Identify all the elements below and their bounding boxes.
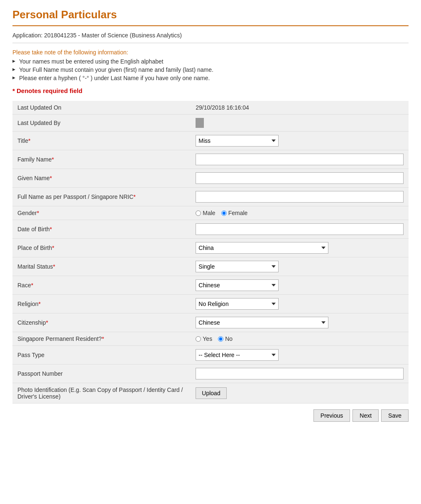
- application-value: 2018041235 - Master of Science (Business…: [44, 32, 182, 39]
- sg-pr-row: Singapore Permanent Resident?* Yes No: [12, 332, 409, 346]
- gender-label: Gender*: [12, 206, 191, 220]
- upload-button[interactable]: Upload: [196, 387, 226, 399]
- sg-pr-no-text: No: [225, 335, 233, 342]
- race-label: Race*: [12, 276, 191, 295]
- gender-male-label[interactable]: Male: [196, 210, 215, 216]
- last-updated-on-value: 29/10/2018 16:16:04: [196, 104, 249, 111]
- sg-pr-yes-radio[interactable]: [196, 336, 201, 342]
- dob-row: Date of Birth*: [12, 220, 409, 239]
- race-row: Race* Chinese Malay Indian Others: [12, 276, 409, 295]
- notice-list: Your names must be entered using the Eng…: [12, 58, 409, 81]
- pob-label: Place of Birth*: [12, 239, 191, 257]
- citizenship-label: Citizenship*: [12, 313, 191, 332]
- last-updated-by-label: Last Updated By: [12, 115, 191, 132]
- marital-required-star: *: [53, 263, 55, 270]
- citizenship-required-star: *: [46, 319, 48, 326]
- notice-item-2: Your Full Name must contain your given (…: [12, 66, 409, 73]
- passport-row: Passport Number: [12, 365, 409, 383]
- family-name-row: Family Name*: [12, 150, 409, 169]
- sg-pr-required-star: *: [102, 335, 104, 342]
- sg-pr-yes-label[interactable]: Yes: [196, 335, 212, 342]
- sg-pr-no-radio[interactable]: [218, 336, 223, 342]
- family-name-input[interactable]: [196, 154, 404, 165]
- family-name-label: Family Name*: [12, 150, 191, 169]
- pass-type-select[interactable]: -- Select Here -- Student Pass Employmen…: [196, 349, 279, 361]
- full-name-row: Full Name as per Passport / Singapore NR…: [12, 188, 409, 206]
- given-name-row: Given Name*: [12, 169, 409, 188]
- sg-pr-no-label[interactable]: No: [218, 335, 233, 342]
- previous-button[interactable]: Previous: [313, 409, 350, 422]
- photo-id-label: Photo Identification (E.g. Scan Copy of …: [12, 383, 191, 404]
- title-required-star: *: [28, 137, 30, 144]
- pass-type-row: Pass Type -- Select Here -- Student Pass…: [12, 346, 409, 365]
- full-name-required-star: *: [133, 193, 135, 200]
- pob-row: Place of Birth* China Singapore Malaysia…: [12, 239, 409, 257]
- title-row: Title* Miss Mr Mrs Dr Prof: [12, 132, 409, 150]
- sg-pr-yes-text: Yes: [203, 335, 212, 342]
- gender-female-text: Female: [228, 210, 248, 216]
- citizenship-select[interactable]: Chinese Singaporean Malaysian Indian Ame…: [196, 317, 328, 328]
- religion-row: Religion* No Religion Buddhism Christian…: [12, 295, 409, 313]
- photo-id-row: Photo Identification (E.g. Scan Copy of …: [12, 383, 409, 404]
- gender-female-label[interactable]: Female: [221, 210, 248, 216]
- last-updated-on-row: Last Updated On 29/10/2018 16:16:04: [12, 101, 409, 115]
- pass-type-label: Pass Type: [12, 346, 191, 365]
- religion-label: Religion*: [12, 295, 191, 313]
- notice-header: Please take note of the following inform…: [12, 49, 409, 56]
- race-select[interactable]: Chinese Malay Indian Others: [196, 279, 279, 291]
- last-updated-on-label: Last Updated On: [12, 101, 191, 115]
- gender-required-star: *: [37, 210, 39, 216]
- marital-select[interactable]: Single Married Divorced Widowed: [196, 261, 279, 272]
- last-updated-by-image: [196, 118, 204, 128]
- application-info: Application: 2018041235 - Master of Scie…: [12, 32, 409, 43]
- family-name-required-star: *: [51, 156, 54, 163]
- given-name-required-star: *: [50, 175, 52, 181]
- full-name-label: Full Name as per Passport / Singapore NR…: [12, 188, 191, 206]
- page-title: Personal Particulars: [12, 8, 409, 26]
- pob-required-star: *: [52, 245, 54, 251]
- save-button[interactable]: Save: [381, 409, 409, 422]
- dob-required-star: *: [50, 226, 52, 232]
- religion-select[interactable]: No Religion Buddhism Christianity Islam …: [196, 298, 279, 310]
- gender-male-text: Male: [203, 210, 215, 216]
- notice-item-3: Please enter a hyphen ( °-° ) under Last…: [12, 75, 409, 81]
- personal-particulars-form: Last Updated On 29/10/2018 16:16:04 Last…: [12, 101, 409, 404]
- gender-male-radio[interactable]: [196, 210, 201, 216]
- action-buttons: Previous Next Save: [12, 404, 409, 428]
- passport-input[interactable]: [196, 368, 404, 379]
- dob-input[interactable]: [196, 223, 404, 235]
- marital-row: Marital Status* Single Married Divorced …: [12, 257, 409, 276]
- gender-row: Gender* Male Female: [12, 206, 409, 220]
- marital-label: Marital Status*: [12, 257, 191, 276]
- dob-label: Date of Birth*: [12, 220, 191, 239]
- race-required-star: *: [31, 282, 33, 289]
- sg-pr-label: Singapore Permanent Resident?*: [12, 332, 191, 346]
- sg-pr-radio-group: Yes No: [196, 335, 404, 342]
- gender-radio-group: Male Female: [196, 210, 404, 216]
- passport-label: Passport Number: [12, 365, 191, 383]
- given-name-input[interactable]: [196, 172, 404, 184]
- citizenship-row: Citizenship* Chinese Singaporean Malaysi…: [12, 313, 409, 332]
- pob-select[interactable]: China Singapore Malaysia India USA: [196, 242, 328, 254]
- title-label: Title*: [12, 132, 191, 150]
- religion-required-star: *: [39, 301, 41, 307]
- next-button[interactable]: Next: [352, 409, 379, 422]
- full-name-input[interactable]: [196, 191, 404, 203]
- required-note: * Denotes required field: [12, 87, 409, 94]
- gender-female-radio[interactable]: [221, 210, 227, 216]
- last-updated-by-row: Last Updated By: [12, 115, 409, 132]
- notice-item-1: Your names must be entered using the Eng…: [12, 58, 409, 65]
- given-name-label: Given Name*: [12, 169, 191, 188]
- application-label: Application:: [12, 32, 42, 39]
- title-select[interactable]: Miss Mr Mrs Dr Prof: [196, 135, 279, 147]
